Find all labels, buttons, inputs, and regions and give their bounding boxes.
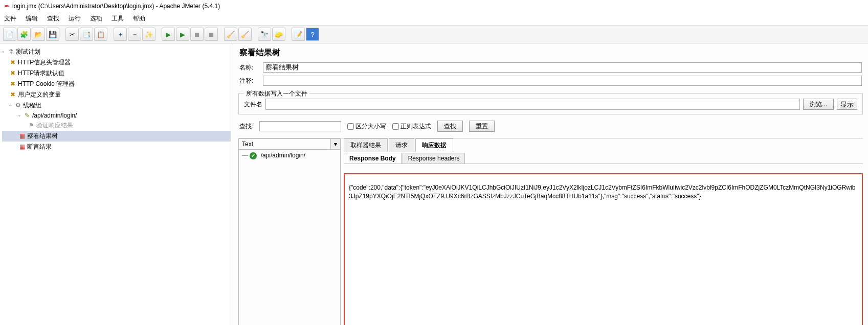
wand-icon[interactable]: ✨ <box>142 28 155 41</box>
window-title: login.jmx (C:\Users\Administrator\Deskto… <box>12 3 220 10</box>
tree-header-mgr[interactable]: HTTP信息头管理器 <box>18 59 71 66</box>
render-format: Text <box>239 139 331 149</box>
chevron-down-icon: ▾ <box>331 139 340 149</box>
tab-response-data[interactable]: 响应数据 <box>415 138 453 152</box>
toggle-icon[interactable]: ◦ <box>9 102 14 109</box>
tree-view-results[interactable]: 察看结果树 <box>27 132 58 140</box>
result-item-label: /api/admin/login/ <box>261 152 305 159</box>
filename-input[interactable] <box>265 99 800 110</box>
shutdown-icon[interactable]: ⏹ <box>205 28 218 41</box>
copy-icon[interactable]: 📑 <box>80 28 93 41</box>
browse-button[interactable]: 浏览... <box>803 99 834 110</box>
function-icon[interactable]: 📝 <box>292 28 305 41</box>
test-plan-tree[interactable]: ◦⚗测试计划 ✖HTTP信息头管理器 ✖HTTP请求默认值 ✖HTTP Cook… <box>0 43 233 325</box>
wrench-icon: ✖ <box>9 91 16 98</box>
tree-user-vars[interactable]: 用户定义的变量 <box>18 91 61 98</box>
search-label: 查找: <box>239 122 253 131</box>
open-icon[interactable]: 📂 <box>32 28 45 41</box>
tree-test-plan[interactable]: 测试计划 <box>16 48 40 55</box>
reset-search-icon[interactable]: 🧽 <box>272 28 285 41</box>
subtab-response-body[interactable]: Response Body <box>344 153 402 164</box>
menu-options[interactable]: 选项 <box>90 14 102 23</box>
tree-sampler[interactable]: /api/admin/login/ <box>32 112 77 119</box>
response-subtabs: Response Body Response headers <box>344 153 863 164</box>
run-notimer-icon[interactable]: ▶ <box>176 28 189 41</box>
filename-label: 文件名 <box>244 100 262 109</box>
app-icon: ✒ <box>4 2 10 10</box>
case-checkbox[interactable]: 区分大小写 <box>347 122 386 131</box>
toolbar: 📄 🧩 📂 💾 ✂ 📑 📋 ＋ － ✨ ▶ ▶ ⏹ ⏹ 🧹 🧹 🔭 🧽 📝 ? <box>0 26 868 43</box>
menu-file[interactable]: 文件 <box>4 14 16 23</box>
tab-sampler-result[interactable]: 取样器结果 <box>344 138 388 152</box>
plus-icon[interactable]: ＋ <box>114 28 127 41</box>
menu-edit[interactable]: 编辑 <box>26 14 38 23</box>
assertion-results-icon: ▦ <box>18 143 26 150</box>
result-item[interactable]: — ✔ /api/admin/login/ <box>242 152 337 159</box>
group-legend: 所有数据写入一个文件 <box>244 89 309 98</box>
menu-bar: 文件 编辑 查找 运行 选项 工具 帮助 <box>0 12 868 26</box>
tree-cookie-mgr[interactable]: HTTP Cookie 管理器 <box>18 80 75 87</box>
new-icon[interactable]: 📄 <box>3 28 16 41</box>
run-icon[interactable]: ▶ <box>162 28 175 41</box>
title-bar: ✒ login.jmx (C:\Users\Administrator\Desk… <box>0 0 868 12</box>
tree-http-defaults[interactable]: HTTP请求默认值 <box>18 69 64 77</box>
comment-input[interactable] <box>263 76 862 86</box>
search-icon[interactable]: 🔭 <box>258 28 271 41</box>
menu-run[interactable]: 运行 <box>69 14 81 23</box>
wrench-icon: ✖ <box>9 80 16 87</box>
search-row: 查找: 区分大小写 正则表达式 查找 重置 <box>233 117 868 136</box>
menu-search[interactable]: 查找 <box>47 14 59 23</box>
toggle-icon[interactable]: ◦ <box>18 112 24 119</box>
wrench-icon: ✖ <box>9 69 16 77</box>
name-input[interactable] <box>263 62 862 73</box>
tree-assertion[interactable]: 验证响应结果 <box>36 122 73 129</box>
listener-panel: 察看结果树 名称: 注释: 所有数据写入一个文件 文件名 浏览... 显示 查找… <box>233 43 868 325</box>
help-icon[interactable]: ? <box>306 28 319 41</box>
menu-help[interactable]: 帮助 <box>133 14 145 23</box>
toggle-icon[interactable]: ◦ <box>2 48 7 55</box>
render-dropdown[interactable]: Text ▾ <box>239 139 340 150</box>
results-tree-icon: ▦ <box>18 132 26 140</box>
tab-request[interactable]: 请求 <box>389 138 414 152</box>
cut-icon[interactable]: ✂ <box>65 28 79 41</box>
results-list: Text ▾ — ✔ /api/admin/login/ <box>238 138 341 325</box>
save-icon[interactable]: 💾 <box>46 28 59 41</box>
minus-icon[interactable]: － <box>128 28 141 41</box>
write-results-group: 所有数据写入一个文件 文件名 浏览... 显示 <box>238 93 863 114</box>
regex-checkbox[interactable]: 正则表达式 <box>392 122 431 131</box>
tree-assertion-results[interactable]: 断言结果 <box>27 143 52 150</box>
sampler-icon: ✎ <box>24 112 31 119</box>
flask-icon: ⚗ <box>7 48 14 55</box>
subtab-response-headers[interactable]: Response headers <box>403 153 465 164</box>
search-button[interactable]: 查找 <box>437 121 463 132</box>
response-body-text[interactable]: {"code":200,"data":{"token":"eyJ0eXAiOiJ… <box>344 173 863 325</box>
name-label: 名称: <box>239 63 263 72</box>
templates-icon[interactable]: 🧩 <box>17 28 31 41</box>
paste-icon[interactable]: 📋 <box>94 28 107 41</box>
clear-all-icon[interactable]: 🧹 <box>238 28 252 41</box>
search-input[interactable] <box>259 121 341 131</box>
stop-icon[interactable]: ⏹ <box>190 28 204 41</box>
wrench-icon: ✖ <box>9 59 16 66</box>
tree-thread-group[interactable]: 线程组 <box>23 102 41 109</box>
result-tabs: 取样器结果 请求 响应数据 <box>344 138 863 152</box>
gear-icon: ⚙ <box>14 102 21 109</box>
success-icon: ✔ <box>250 152 257 159</box>
menu-tools[interactable]: 工具 <box>112 14 124 23</box>
comment-label: 注释: <box>239 77 263 85</box>
assertion-icon: ⚑ <box>28 122 35 129</box>
panel-heading: 察看结果树 <box>239 48 862 58</box>
show-button[interactable]: 显示 <box>837 99 857 110</box>
reset-button[interactable]: 重置 <box>469 121 495 132</box>
clear-icon[interactable]: 🧹 <box>224 28 237 41</box>
